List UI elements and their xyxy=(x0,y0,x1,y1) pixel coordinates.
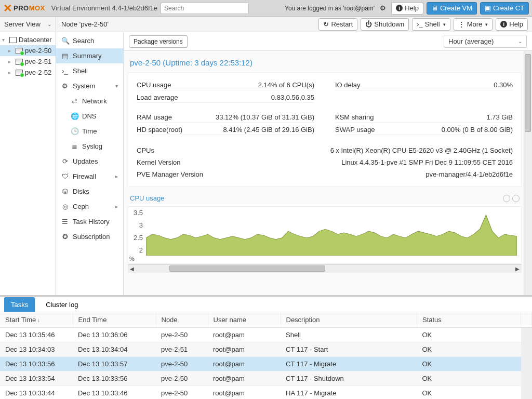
info-pve-manager: PVE Manager Versionpve-manager/4.4-1/eb2… xyxy=(137,168,513,180)
content-scrollbar[interactable] xyxy=(524,51,532,295)
menu-syslog[interactable]: ≣Syslog xyxy=(56,139,123,154)
shell-button[interactable]: ›_Shell▾ xyxy=(412,18,450,31)
power-icon: ⏻ xyxy=(365,20,372,28)
monitor-icon: 🖥 xyxy=(431,4,438,12)
menu-updates[interactable]: ⟳Updates xyxy=(56,154,123,169)
create-ct-button[interactable]: ▣Create CT xyxy=(480,2,529,15)
tab-cluster-log[interactable]: Cluster log xyxy=(39,297,85,312)
menu-time[interactable]: 🕒Time xyxy=(56,124,123,139)
more-icon: ⋮ xyxy=(458,20,465,28)
tab-tasks[interactable]: Tasks xyxy=(4,297,35,312)
stat-swap: SWAP usage0.00% (0 B of 8.00 GiB) xyxy=(335,123,513,135)
terminal-icon: ›_ xyxy=(417,20,423,28)
chart-unit: % xyxy=(129,256,135,262)
restart-button[interactable]: ↻Restart xyxy=(318,18,357,31)
chevron-down-icon: ▾ xyxy=(443,22,446,27)
node-help-button[interactable]: iHelp xyxy=(496,18,528,31)
col-description[interactable]: Description xyxy=(281,312,417,328)
task-row[interactable]: Dec 13 10:33:44Dec 13 10:33:46pve-2-50ro… xyxy=(0,386,532,400)
col-end-time[interactable]: End Time xyxy=(73,312,156,328)
info-cpus: CPUs6 x Intel(R) Xeon(R) CPU E5-2620 v3 … xyxy=(137,144,513,156)
expand-icon[interactable]: ▸ xyxy=(8,59,14,64)
chevron-down-icon: ⌄ xyxy=(518,38,522,44)
search-input[interactable] xyxy=(161,3,249,14)
scroll-right-icon[interactable]: ▶ xyxy=(513,265,522,273)
node-icon xyxy=(16,59,23,65)
task-grid: Start Time↓ End Time Node User name Desc… xyxy=(0,312,532,399)
task-row[interactable]: Dec 13 10:33:56Dec 13 10:33:57pve-2-50ro… xyxy=(0,357,532,371)
expand-icon[interactable]: ▸ xyxy=(8,70,14,75)
package-versions-button[interactable]: Package versions xyxy=(129,35,188,48)
menu-firewall[interactable]: 🛡Firewall▸ xyxy=(56,169,123,184)
menu-search[interactable]: 🔍Search xyxy=(56,33,123,48)
summary-title: pve-2-50 (Uptime: 3 days 22:53:12) xyxy=(128,55,522,72)
tree-node-pve-2-52[interactable]: ▸pve-2-52 xyxy=(0,67,56,78)
chevron-down-icon: ▾ xyxy=(115,83,118,89)
shutdown-button[interactable]: ⏻Shutdown xyxy=(361,18,409,31)
help-button[interactable]: iHelp xyxy=(391,2,423,15)
expand-icon[interactable]: ▸ xyxy=(8,48,14,54)
list-icon: ≣ xyxy=(71,142,78,150)
more-button[interactable]: ⋮More▾ xyxy=(454,18,493,31)
task-row[interactable]: Dec 13 10:33:54Dec 13 10:33:56pve-2-50ro… xyxy=(0,371,532,386)
task-scrollbar[interactable] xyxy=(521,328,532,400)
node-icon xyxy=(16,70,23,76)
scroll-left-icon[interactable]: ◀ xyxy=(128,265,136,273)
menu-shell[interactable]: ›_Shell xyxy=(56,63,123,78)
menu-task-history[interactable]: ☰Task History xyxy=(56,214,123,229)
chevron-down-icon: ⌄ xyxy=(47,21,51,27)
collapse-icon[interactable]: ▾ xyxy=(2,37,7,43)
stat-io: IO delay0.30% xyxy=(335,78,513,90)
create-vm-button[interactable]: 🖥Create VM xyxy=(427,2,477,15)
ceph-icon: ◎ xyxy=(61,203,69,210)
summary-content: pve-2-50 (Uptime: 3 days 22:53:12) CPU u… xyxy=(124,51,532,295)
refresh-icon: ⟳ xyxy=(61,157,69,165)
menu-dns[interactable]: 🌐DNS xyxy=(56,109,123,124)
chevron-right-icon: ▸ xyxy=(115,204,118,209)
stat-hd: HD space(root)8.41% (2.45 GiB of 29.16 G… xyxy=(137,123,314,135)
side-menu: 🔍Search ▤Summary ›_Shell ⚙System▾ ⇄Netwo… xyxy=(56,32,124,295)
clock-icon: 🕒 xyxy=(71,127,78,135)
view-selector[interactable]: Server View⌄ xyxy=(0,17,56,32)
menu-disks[interactable]: ⛁Disks xyxy=(56,184,123,199)
menu-ceph[interactable]: ◎Ceph▸ xyxy=(56,199,123,214)
globe-icon: 🌐 xyxy=(71,112,78,120)
chart-title: CPU usage xyxy=(130,194,164,202)
tree-node-pve-2-50[interactable]: ▸pve-2-50 xyxy=(0,45,56,56)
support-icon: ✪ xyxy=(61,233,69,241)
sort-desc-icon: ↓ xyxy=(37,317,40,323)
timerange-select[interactable]: Hour (average)⌄ xyxy=(444,35,527,48)
stat-load: Load average0.83,0.56,0.35 xyxy=(137,90,314,103)
tree-node-pve-2-51[interactable]: ▸pve-2-51 xyxy=(0,56,56,67)
disk-icon: ⛁ xyxy=(61,188,69,195)
tree-datacenter[interactable]: ▾Datacenter xyxy=(0,34,56,45)
chart-minimize-icon[interactable] xyxy=(503,195,510,202)
login-status: You are logged in as 'root@pam' xyxy=(285,5,375,12)
col-start-time[interactable]: Start Time↓ xyxy=(0,312,73,328)
cogs-icon: ⚙ xyxy=(61,82,69,90)
chart-refresh-icon[interactable] xyxy=(512,195,520,202)
task-row[interactable]: Dec 13 10:34:03Dec 13 10:34:04pve-2-51ro… xyxy=(0,342,532,357)
book-icon: ▤ xyxy=(61,52,69,60)
menu-network[interactable]: ⇄Network xyxy=(56,94,123,109)
chevron-right-icon: ▸ xyxy=(115,174,118,179)
network-icon: ⇄ xyxy=(71,97,78,105)
node-icon xyxy=(16,48,23,54)
info-kernel: Kernel VersionLinux 4.4.35-1-pve #1 SMP … xyxy=(137,156,513,168)
menu-system[interactable]: ⚙System▾ xyxy=(56,78,123,94)
col-status[interactable]: Status xyxy=(417,312,521,328)
col-node[interactable]: Node xyxy=(156,312,208,328)
list-icon: ☰ xyxy=(61,218,69,225)
menu-subscription[interactable]: ✪Subscription xyxy=(56,229,123,244)
stat-ram: RAM usage33.12% (10.37 GiB of 31.31 GiB) xyxy=(137,110,314,123)
task-row[interactable]: Dec 13 10:35:46Dec 13 10:36:06pve-2-50ro… xyxy=(0,328,532,342)
shield-icon: 🛡 xyxy=(61,172,69,180)
menu-summary[interactable]: ▤Summary xyxy=(56,48,123,63)
version-label: Virtual Environment 4.4-1/eb2d6f1e xyxy=(51,4,157,12)
resource-tree: ▾Datacenter ▸pve-2-50 ▸pve-2-51 ▸pve-2-5… xyxy=(0,32,56,295)
gear-icon[interactable]: ⚙ xyxy=(380,4,386,12)
svg-marker-0 xyxy=(146,215,517,256)
cpu-chart: 3.5 3 2.5 2 % xyxy=(128,206,522,263)
content-h-scrollbar[interactable]: ◀ ▶ xyxy=(128,264,522,273)
col-user[interactable]: User name xyxy=(208,312,281,328)
